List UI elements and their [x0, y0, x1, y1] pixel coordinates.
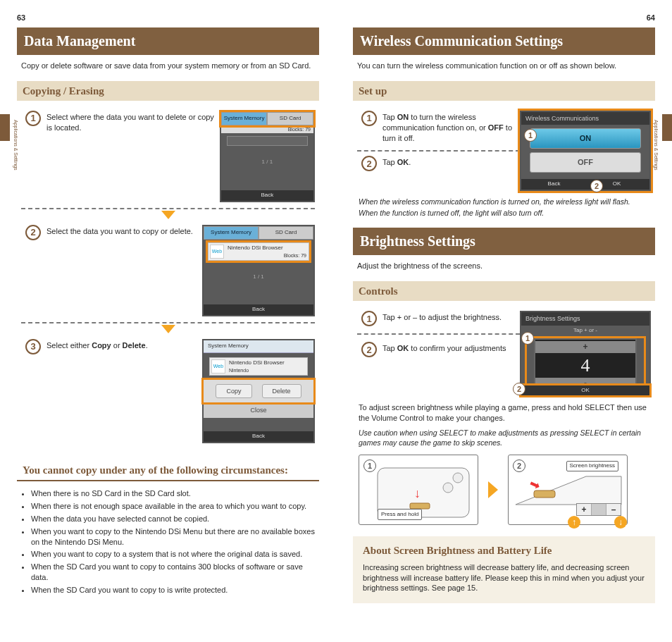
cannot-copy-title: You cannot copy under any of the followi… — [17, 459, 319, 481]
warn-item: When the SD Card you want to copy to is … — [31, 585, 315, 595]
cannot-copy-list: When there is no SD Card in the SD Card … — [21, 488, 315, 595]
dm-step1-text: Select where the data you want to delete… — [46, 111, 216, 133]
section-title-wireless: Wireless Communication Settings — [353, 27, 655, 55]
dialog-item-vendor: Nintendo — [229, 367, 305, 374]
about-battery-box: About Screen Brightness and Battery Life… — [353, 536, 655, 603]
br-tap-label: Tap + or - — [521, 326, 649, 336]
tab-sd-card[interactable]: SD Card — [267, 112, 313, 125]
dm-step2-row: 2 Select the data you want to copy or de… — [21, 225, 315, 316]
back-bar-2[interactable]: Back — [204, 304, 313, 315]
page-left: 63 Data Management Copy or delete softwa… — [0, 0, 336, 623]
wc-step1-text: Tap ON to turn the wireless communicatio… — [382, 111, 516, 144]
wc-steps-row: 1 Tap ON to turn the wireless communicat… — [357, 111, 651, 191]
screen-brightness-callout: Screen brightness — [566, 461, 618, 471]
about-title: About Screen Brightness and Battery Life — [363, 543, 645, 557]
page-spread: Applications & Settings 63 Data Manageme… — [0, 0, 672, 623]
br-intro: Adjust the brightness of the screens. — [357, 261, 651, 271]
divider — [21, 208, 315, 209]
page-number-right: 64 — [353, 13, 655, 23]
brightness-plus-button[interactable]: + — [535, 341, 635, 352]
dialog-item-title: Nintendo DSi Browser — [229, 359, 305, 367]
br-tip-note: Use caution when using SELECT to make ad… — [359, 428, 649, 447]
volume-plus[interactable]: + — [577, 504, 592, 515]
dm-step1-row: 1 Select where the data you want to dele… — [21, 111, 315, 202]
dm-step3: 3 Select either Copy or Delete. — [25, 339, 148, 354]
arrow-down-icon — [161, 325, 175, 333]
back-bar-1[interactable]: Back — [221, 190, 313, 201]
tab-system-memory-2[interactable]: System Memory — [204, 226, 259, 240]
data-row-browser[interactable]: Web Nintendo DSi Browser Blocks: 79 — [208, 242, 309, 261]
volume-control[interactable]: + – — [576, 503, 621, 516]
warn-item: When the data you have selected cannot b… — [31, 514, 315, 524]
svg-point-1 — [453, 473, 463, 483]
wc-shot: Wireless Communications ON OFF Back OK — [520, 111, 651, 191]
warn-item: When you want to copy to the Nintendo DS… — [31, 526, 315, 548]
section-title-brightness: Brightness Settings — [353, 228, 655, 255]
dm-shot1: System Memory SD Card Blocks: 79 1 / 1 B… — [220, 111, 315, 202]
row-title: Nintendo DSi Browser — [228, 245, 306, 252]
red-arrow-icon: ↓ — [414, 485, 421, 502]
web-icon: Web — [210, 245, 224, 259]
tab-system-memory[interactable]: System Memory — [221, 112, 268, 125]
br-steps-row: 1 Tap + or – to adjust the brightness. 2… — [357, 311, 651, 397]
step-number-3: 3 — [25, 339, 41, 354]
dm-intro: Copy or delete software or save data fro… — [21, 61, 315, 71]
section-title-data-management: Data Management — [17, 27, 319, 55]
br-step2: 2 Tap OK to confirm your adjustments — [361, 342, 516, 357]
row-blocks: Blocks: 79 — [228, 252, 306, 259]
device-illustration-row: 1 ↓ Press and hold 2 ➡ Screen brigh — [359, 455, 649, 525]
dm-step1: 1 Select where the data you want to dele… — [25, 111, 216, 133]
dm-step2: 2 Select the data you want to copy or de… — [25, 225, 193, 240]
brightness-value: 4 — [535, 353, 635, 378]
sub-title-copying: Copying / Erasing — [17, 81, 319, 101]
wc-note1: When the wireless communication function… — [359, 197, 649, 206]
device-press-select: 1 ↓ Press and hold — [359, 455, 478, 525]
br-ok-button[interactable]: OK — [521, 385, 649, 396]
wc-back-button[interactable]: Back — [523, 180, 585, 188]
press-hold-callout: Press and hold — [378, 509, 422, 521]
svg-point-2 — [443, 483, 453, 493]
br-shot-title: Brightness Settings — [521, 312, 649, 325]
shot-marker-1: 1 — [524, 129, 537, 142]
shot-marker-2: 2 — [590, 180, 603, 192]
up-arrow-icon: ↑ — [568, 516, 580, 529]
step-number-1: 1 — [361, 311, 377, 326]
step-number-2: 2 — [361, 156, 377, 171]
dm-shot3: System Memory Web Nintendo DSi Browser N… — [202, 339, 315, 443]
device-volume-brightness: 2 ➡ Screen brightness + – ↑ ↓ — [508, 455, 628, 525]
br-tip: To adjust screen brightness while playin… — [359, 402, 649, 424]
close-button[interactable]: Close — [204, 402, 313, 418]
wc-off-button[interactable]: OFF — [530, 152, 641, 173]
warn-item: When there is no SD Card in the SD Card … — [31, 488, 315, 499]
br-step1: 1 Tap + or – to adjust the brightness. — [361, 311, 516, 326]
wc-note2: When the function is turned off, the lig… — [359, 208, 649, 218]
web-icon: Web — [211, 359, 225, 374]
delete-button[interactable]: Delete — [262, 384, 301, 398]
wc-step2-text: Tap OK. — [382, 156, 411, 168]
sub-title-setup: Set up — [353, 81, 655, 101]
copy-button[interactable]: Copy — [216, 384, 251, 398]
blocks-label: Blocks: 79 — [221, 125, 313, 133]
dm-step3-row: 3 Select either Copy or Delete. System M… — [21, 339, 315, 443]
tab-sd-card-2[interactable]: SD Card — [259, 226, 313, 240]
step-number-1: 1 — [25, 111, 41, 126]
step-number-2: 2 — [361, 342, 377, 357]
side-label-right: Applications & Settings — [653, 120, 659, 171]
page-right: 64 Wireless Communication Settings You c… — [336, 0, 672, 623]
br-shot: Brightness Settings Tap + or - + 4 - OK — [520, 311, 651, 397]
wc-step1: 1 Tap ON to turn the wireless communicat… — [361, 111, 516, 144]
dialog-title: System Memory — [204, 340, 313, 353]
wc-on-button[interactable]: ON — [530, 128, 641, 149]
warn-item: When you want to copy to a system that i… — [31, 549, 315, 560]
pager-1: 1 / 1 — [221, 149, 313, 176]
dm-shot2: System Memory SD Card Web Nintendo DSi B… — [202, 225, 315, 316]
dm-step3-text: Select either Copy or Delete. — [46, 339, 148, 351]
back-bar-3[interactable]: Back — [204, 431, 313, 442]
br-step1-text: Tap + or – to adjust the brightness. — [382, 311, 502, 323]
warn-item: When the SD Card you want to copy to con… — [31, 562, 315, 583]
wc-shot-title: Wireless Communications — [521, 112, 649, 125]
page-number-left: 63 — [17, 13, 319, 23]
volume-minus[interactable]: – — [606, 504, 621, 515]
side-tab-right — [662, 114, 672, 141]
pager-2: 1 / 1 — [204, 264, 313, 291]
